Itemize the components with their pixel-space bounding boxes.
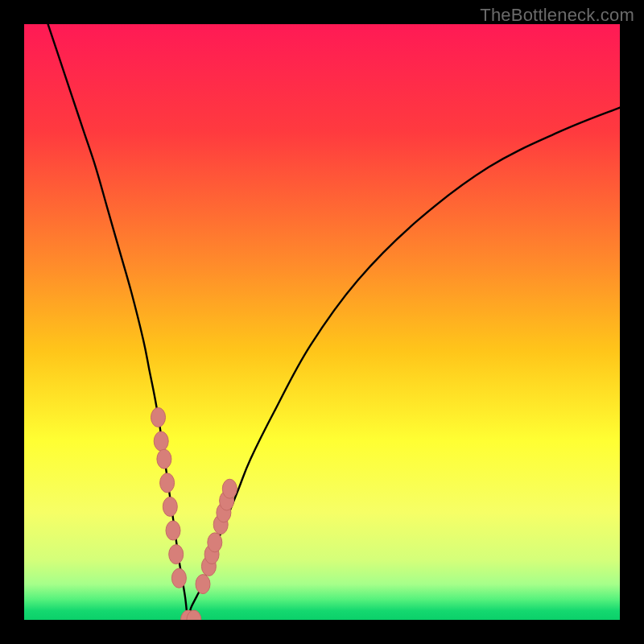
marker-bead	[157, 449, 171, 469]
marker-bead	[187, 610, 201, 630]
chart-canvas: TheBottleneck.com	[0, 0, 644, 644]
marker-bead	[154, 431, 168, 451]
marker-bead	[196, 575, 210, 594]
marker-bead	[169, 545, 184, 564]
marker-bead	[222, 479, 237, 498]
bottleneck-chart-svg	[0, 0, 644, 644]
marker-bead	[163, 497, 177, 516]
marker-bead	[160, 473, 175, 493]
marker-bead	[151, 407, 166, 427]
plot-background	[24, 24, 620, 620]
marker-bead	[166, 521, 180, 540]
marker-bead	[208, 533, 222, 552]
watermark-text: TheBottleneck.com	[480, 5, 634, 26]
marker-bead	[171, 568, 186, 588]
